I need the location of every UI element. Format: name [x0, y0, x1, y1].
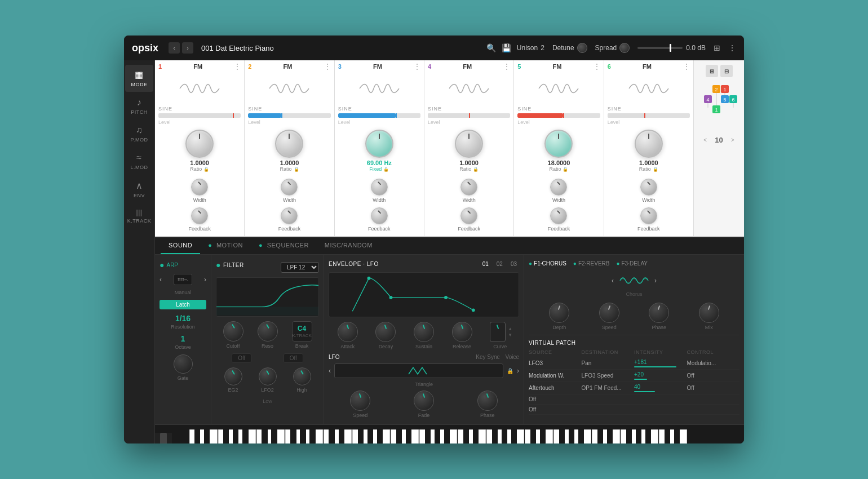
- op5-feedback-knob[interactable]: [550, 207, 567, 224]
- next-preset-button[interactable]: ›: [182, 42, 193, 54]
- black-key[interactable]: [194, 429, 200, 443]
- op5-width-knob[interactable]: [550, 179, 567, 196]
- sidebar-item-mode[interactable]: ▦ MODE: [125, 65, 153, 92]
- black-key[interactable]: [339, 429, 344, 443]
- grid-view-button[interactable]: ⊞: [714, 43, 720, 52]
- detune-knob[interactable]: [577, 43, 587, 53]
- black-key[interactable]: [530, 429, 536, 443]
- effects-tab-f1[interactable]: ● F1·CHORUS: [529, 260, 566, 267]
- algo-next-button[interactable]: >: [727, 134, 739, 146]
- black-key[interactable]: [674, 429, 680, 443]
- lfo-fade-knob[interactable]: [414, 391, 434, 411]
- filter-type-select[interactable]: LPF 12 HPF 12 BPF 12: [281, 262, 319, 273]
- filter-lfo2-knob[interactable]: [259, 367, 277, 385]
- black-key[interactable]: [703, 429, 708, 443]
- black-key[interactable]: [578, 429, 584, 443]
- filter-cutoff-knob[interactable]: [223, 321, 243, 341]
- op4-ratio-knob[interactable]: [455, 130, 483, 158]
- filter-break-display[interactable]: C4 K.TRACK: [292, 321, 312, 341]
- arp-latch-button[interactable]: Latch: [160, 300, 206, 309]
- black-key[interactable]: [444, 429, 450, 443]
- op1-level-bar[interactable]: [158, 113, 241, 118]
- black-key[interactable]: [607, 429, 613, 443]
- lfo-phase-knob[interactable]: [477, 391, 498, 411]
- env-attack-knob[interactable]: [338, 322, 358, 342]
- arp-next-button[interactable]: ›: [204, 276, 206, 283]
- tab-motion[interactable]: ● MOTION: [200, 237, 251, 254]
- sidebar-item-lmod[interactable]: ≈ L.MOD: [125, 148, 153, 175]
- pitch-strip[interactable]: [160, 433, 167, 443]
- effects-phase-knob[interactable]: [649, 303, 669, 323]
- tab-sequencer[interactable]: ● SEQUENCER: [251, 237, 317, 254]
- env-tab-03[interactable]: 03: [508, 260, 519, 268]
- op5-ratio-knob[interactable]: [544, 130, 573, 158]
- black-key[interactable]: [645, 429, 651, 443]
- op3-width-knob[interactable]: [371, 179, 388, 196]
- black-key[interactable]: [406, 429, 411, 443]
- curve-up-arrow[interactable]: ▲: [508, 326, 512, 331]
- op6-menu-button[interactable]: ⋮: [683, 63, 690, 70]
- black-key[interactable]: [540, 429, 546, 443]
- black-key[interactable]: [300, 429, 305, 443]
- tab-sound[interactable]: SOUND: [161, 237, 200, 254]
- black-key[interactable]: [636, 429, 641, 443]
- op6-width-knob[interactable]: [640, 179, 657, 196]
- chorus-next-button[interactable]: ›: [654, 277, 657, 285]
- op2-menu-button[interactable]: ⋮: [324, 63, 331, 70]
- op1-menu-button[interactable]: ⋮: [234, 63, 241, 70]
- prev-preset-button[interactable]: ‹: [169, 42, 180, 54]
- op1-feedback-knob[interactable]: [191, 207, 208, 224]
- filter-high-knob[interactable]: [293, 367, 311, 385]
- black-key[interactable]: [463, 429, 469, 443]
- volume-slider[interactable]: [637, 47, 683, 49]
- op6-feedback-knob[interactable]: [640, 207, 657, 224]
- black-key[interactable]: [262, 429, 267, 443]
- black-key[interactable]: [425, 429, 431, 443]
- op2-level-bar[interactable]: [248, 113, 330, 118]
- save-button[interactable]: 💾: [502, 43, 511, 52]
- op3-level-bar[interactable]: [338, 113, 420, 118]
- black-key[interactable]: [559, 429, 565, 443]
- black-key[interactable]: [290, 429, 296, 443]
- black-key[interactable]: [204, 429, 210, 443]
- effects-depth-knob[interactable]: [549, 303, 569, 323]
- env-sustain-knob[interactable]: [414, 322, 434, 342]
- spread-knob[interactable]: [619, 43, 630, 53]
- env-release-knob[interactable]: [452, 322, 472, 342]
- env-tab-02[interactable]: 02: [494, 260, 505, 268]
- lfo-speed-knob[interactable]: [350, 391, 370, 411]
- black-key[interactable]: [626, 429, 632, 443]
- curve-down-arrow[interactable]: ▼: [508, 332, 512, 338]
- op1-width-knob[interactable]: [191, 179, 208, 196]
- more-options-button[interactable]: ⋮: [728, 43, 736, 52]
- black-key[interactable]: [597, 429, 603, 443]
- black-key[interactable]: [233, 429, 238, 443]
- sidebar-item-ktrack[interactable]: ||| K.TRACK: [125, 204, 153, 228]
- algo-prev-button[interactable]: <: [699, 134, 711, 146]
- lfo-wave-next-button[interactable]: ›: [517, 367, 519, 375]
- black-key[interactable]: [569, 429, 574, 443]
- op4-level-bar[interactable]: [428, 113, 510, 118]
- env-decay-knob[interactable]: [375, 322, 396, 342]
- black-key[interactable]: [396, 429, 402, 443]
- black-key[interactable]: [511, 429, 517, 443]
- effects-mix-knob[interactable]: [699, 303, 719, 323]
- op5-level-bar[interactable]: [517, 113, 600, 118]
- algo-grid-icon[interactable]: ⊞: [706, 65, 718, 77]
- op3-menu-button[interactable]: ⋮: [414, 63, 420, 70]
- op3-ratio-knob[interactable]: [365, 130, 393, 158]
- arp-gate-knob[interactable]: [174, 354, 193, 374]
- op5-menu-button[interactable]: ⋮: [594, 63, 600, 70]
- op6-level-bar[interactable]: [608, 113, 690, 118]
- black-key[interactable]: [309, 429, 315, 443]
- lfo-wave-prev-button[interactable]: ‹: [329, 367, 331, 375]
- sidebar-item-env[interactable]: ∧ ENV: [125, 176, 153, 203]
- op4-menu-button[interactable]: ⋮: [503, 63, 510, 70]
- tab-misc[interactable]: MISC/RANDOM: [317, 237, 380, 254]
- op3-feedback-knob[interactable]: [371, 207, 388, 224]
- env-tab-01[interactable]: 01: [480, 260, 491, 268]
- op6-ratio-knob[interactable]: [635, 130, 663, 158]
- black-key[interactable]: [502, 429, 507, 443]
- black-key[interactable]: [665, 429, 670, 443]
- black-key[interactable]: [223, 429, 229, 443]
